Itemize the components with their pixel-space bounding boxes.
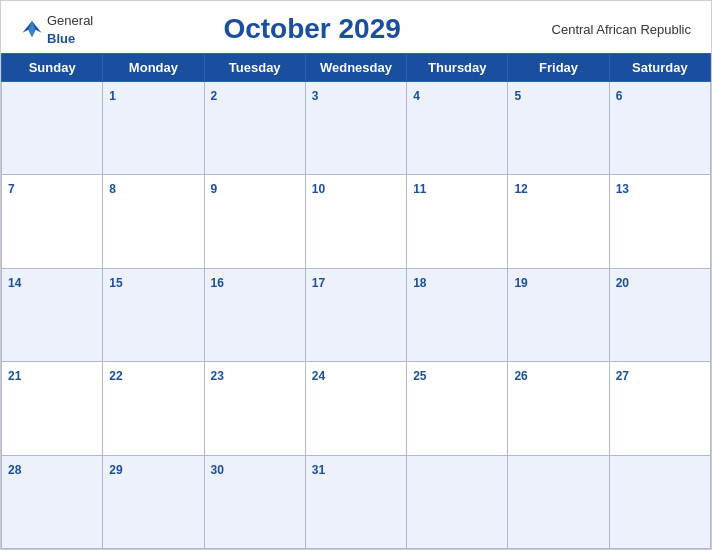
calendar-week-row: 123456 xyxy=(2,82,711,175)
calendar-day-cell: 21 xyxy=(2,362,103,455)
day-number: 17 xyxy=(312,276,325,290)
calendar-day-cell: 9 xyxy=(204,175,305,268)
calendar-day-cell: 16 xyxy=(204,268,305,361)
calendar-day-cell: 10 xyxy=(305,175,406,268)
weekday-header-row: Sunday Monday Tuesday Wednesday Thursday… xyxy=(2,54,711,82)
calendar-day-cell: 19 xyxy=(508,268,609,361)
calendar-day-cell: 6 xyxy=(609,82,710,175)
day-number: 5 xyxy=(514,89,521,103)
calendar-day-cell xyxy=(2,82,103,175)
calendar-day-cell: 17 xyxy=(305,268,406,361)
logo-general: General xyxy=(47,13,93,28)
logo-bird-icon xyxy=(21,18,43,40)
calendar-day-cell xyxy=(407,455,508,548)
day-number: 1 xyxy=(109,89,116,103)
calendar-day-cell xyxy=(609,455,710,548)
calendar-day-cell: 8 xyxy=(103,175,204,268)
day-number: 19 xyxy=(514,276,527,290)
day-number: 15 xyxy=(109,276,122,290)
day-number: 25 xyxy=(413,369,426,383)
calendar-table: Sunday Monday Tuesday Wednesday Thursday… xyxy=(1,53,711,549)
day-number: 7 xyxy=(8,182,15,196)
day-number: 20 xyxy=(616,276,629,290)
calendar-day-cell: 13 xyxy=(609,175,710,268)
calendar-day-cell: 31 xyxy=(305,455,406,548)
header-wednesday: Wednesday xyxy=(305,54,406,82)
calendar-day-cell: 1 xyxy=(103,82,204,175)
day-number: 12 xyxy=(514,182,527,196)
calendar-day-cell: 15 xyxy=(103,268,204,361)
calendar-day-cell: 2 xyxy=(204,82,305,175)
calendar-day-cell: 30 xyxy=(204,455,305,548)
calendar-header: General Blue October 2029 Central Africa… xyxy=(1,1,711,53)
day-number: 13 xyxy=(616,182,629,196)
month-title: October 2029 xyxy=(93,13,531,45)
calendar-day-cell: 14 xyxy=(2,268,103,361)
day-number: 23 xyxy=(211,369,224,383)
calendar-day-cell: 25 xyxy=(407,362,508,455)
calendar-day-cell: 27 xyxy=(609,362,710,455)
svg-marker-1 xyxy=(28,21,35,37)
calendar-day-cell: 4 xyxy=(407,82,508,175)
logo-blue: Blue xyxy=(47,31,75,46)
day-number: 4 xyxy=(413,89,420,103)
calendar-wrapper: General Blue October 2029 Central Africa… xyxy=(0,0,712,550)
day-number: 16 xyxy=(211,276,224,290)
day-number: 22 xyxy=(109,369,122,383)
calendar-week-row: 28293031 xyxy=(2,455,711,548)
header-monday: Monday xyxy=(103,54,204,82)
calendar-week-row: 21222324252627 xyxy=(2,362,711,455)
logo-area: General Blue xyxy=(21,11,93,47)
calendar-day-cell: 29 xyxy=(103,455,204,548)
calendar-day-cell: 11 xyxy=(407,175,508,268)
calendar-day-cell xyxy=(508,455,609,548)
day-number: 31 xyxy=(312,463,325,477)
calendar-day-cell: 7 xyxy=(2,175,103,268)
calendar-day-cell: 23 xyxy=(204,362,305,455)
country-label: Central African Republic xyxy=(531,22,691,37)
day-number: 10 xyxy=(312,182,325,196)
day-number: 27 xyxy=(616,369,629,383)
day-number: 18 xyxy=(413,276,426,290)
day-number: 24 xyxy=(312,369,325,383)
day-number: 14 xyxy=(8,276,21,290)
day-number: 29 xyxy=(109,463,122,477)
calendar-week-row: 14151617181920 xyxy=(2,268,711,361)
day-number: 21 xyxy=(8,369,21,383)
day-number: 2 xyxy=(211,89,218,103)
calendar-day-cell: 22 xyxy=(103,362,204,455)
calendar-day-cell: 18 xyxy=(407,268,508,361)
calendar-week-row: 78910111213 xyxy=(2,175,711,268)
day-number: 26 xyxy=(514,369,527,383)
calendar-day-cell: 3 xyxy=(305,82,406,175)
calendar-day-cell: 24 xyxy=(305,362,406,455)
calendar-day-cell: 12 xyxy=(508,175,609,268)
calendar-day-cell: 5 xyxy=(508,82,609,175)
calendar-day-cell: 28 xyxy=(2,455,103,548)
day-number: 11 xyxy=(413,182,426,196)
calendar-body: 1234567891011121314151617181920212223242… xyxy=(2,82,711,549)
day-number: 30 xyxy=(211,463,224,477)
day-number: 28 xyxy=(8,463,21,477)
header-friday: Friday xyxy=(508,54,609,82)
header-saturday: Saturday xyxy=(609,54,710,82)
day-number: 6 xyxy=(616,89,623,103)
header-sunday: Sunday xyxy=(2,54,103,82)
header-thursday: Thursday xyxy=(407,54,508,82)
day-number: 3 xyxy=(312,89,319,103)
logo-text: General Blue xyxy=(47,11,93,47)
calendar-day-cell: 26 xyxy=(508,362,609,455)
calendar-day-cell: 20 xyxy=(609,268,710,361)
header-tuesday: Tuesday xyxy=(204,54,305,82)
day-number: 9 xyxy=(211,182,218,196)
day-number: 8 xyxy=(109,182,116,196)
